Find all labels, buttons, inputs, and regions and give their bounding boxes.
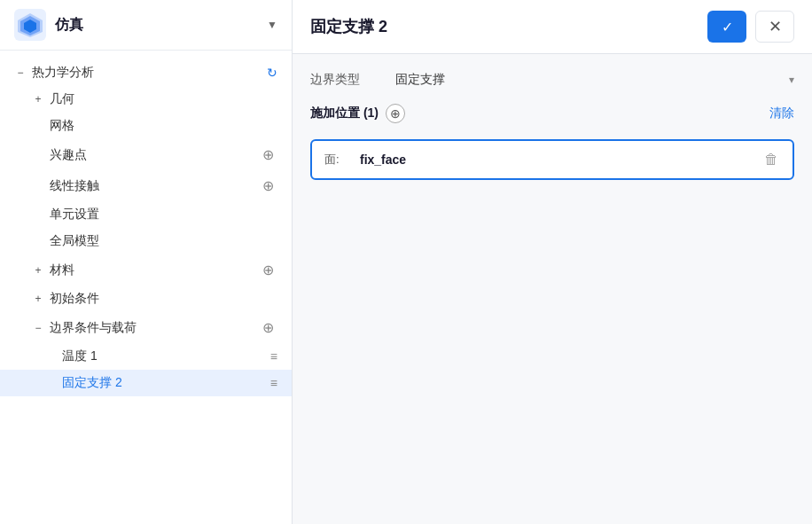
sidebar-tree: − 热力学分析 ↻ + 几何 网格 兴趣点 ⊕ 线性接触 ⊕ 单元设置 全局模型… (0, 51, 292, 524)
sidebar-item-label: 初始条件 (50, 291, 277, 307)
location-item: 面: fix_face 🗑 (310, 139, 794, 180)
location-type-label: 面: (324, 152, 351, 168)
sidebar-item-label: 兴趣点 (50, 147, 254, 163)
sidebar-item-label: 全局模型 (50, 233, 277, 249)
add-boundary-icon[interactable]: ⊕ (259, 317, 277, 338)
sidebar-item-global[interactable]: 全局模型 (0, 228, 292, 254)
temp1-menu-icon[interactable]: ≡ (270, 349, 277, 364)
boundary-type-value: 固定支撑 (395, 72, 785, 88)
location-section-title: 施加位置 (1) (310, 106, 379, 121)
dropdown-arrow-icon[interactable]: ▼ (267, 19, 277, 31)
boundary-type-row: 边界类型 固定支撑 ▾ (310, 72, 794, 88)
sidebar-header: 仿真 ▼ (0, 0, 292, 51)
clear-button[interactable]: 清除 (769, 106, 794, 121)
boundary-type-select[interactable]: 固定支撑 ▾ (395, 72, 794, 88)
sidebar: 仿真 ▼ − 热力学分析 ↻ + 几何 网格 兴趣点 ⊕ 线性接触 ⊕ 单元设置 (0, 0, 293, 524)
add-material-icon[interactable]: ⊕ (259, 260, 277, 280)
app-title: 仿真 (55, 16, 258, 35)
sidebar-item-label: 材料 (50, 262, 254, 278)
loading-icon: ↻ (267, 66, 277, 80)
collapse-icon: − (14, 66, 27, 79)
add-contact-icon[interactable]: ⊕ (259, 176, 277, 196)
boundary-type-label: 边界类型 (310, 72, 381, 88)
sidebar-item-label: 网格 (50, 118, 277, 134)
location-section: 施加位置 (1) ⊕ 清除 (310, 104, 794, 123)
sidebar-item-interest[interactable]: 兴趣点 ⊕ (0, 139, 292, 170)
sidebar-item-boundary[interactable]: − 边界条件与载荷 ⊕ (0, 312, 292, 343)
sidebar-item-fixed2[interactable]: 固定支撑 2 ≡ (0, 370, 292, 396)
sidebar-item-unit[interactable]: 单元设置 (0, 201, 292, 228)
sidebar-item-label: 线性接触 (50, 178, 254, 194)
delete-location-button[interactable]: 🗑 (762, 150, 780, 169)
panel-header: 固定支撑 2 ✓ ✕ (293, 0, 812, 54)
sidebar-item-contact[interactable]: 线性接触 ⊕ (0, 170, 292, 201)
sidebar-item-label: 单元设置 (50, 207, 277, 223)
sidebar-item-label: 固定支撑 2 (62, 375, 265, 391)
sidebar-item-label: 温度 1 (62, 348, 265, 364)
collapse-boundary-icon: − (32, 322, 44, 334)
sidebar-item-geometry[interactable]: + 几何 (0, 86, 292, 113)
location-list: 面: fix_face 🗑 (310, 139, 794, 180)
sidebar-item-label: 热力学分析 (32, 65, 262, 81)
sidebar-item-temp1[interactable]: 温度 1 ≡ (0, 343, 292, 370)
fixed2-menu-icon[interactable]: ≡ (270, 376, 277, 390)
sidebar-item-material[interactable]: + 材料 ⊕ (0, 254, 292, 285)
sidebar-item-initial[interactable]: + 初始条件 (0, 285, 292, 312)
right-panel: 固定支撑 2 ✓ ✕ 边界类型 固定支撑 ▾ 施加位置 (1) ⊕ 清除 面: … (293, 0, 812, 524)
sidebar-item-label: 几何 (50, 91, 277, 107)
sidebar-item-mesh[interactable]: 网格 (0, 113, 292, 139)
expand-material-icon: + (32, 264, 44, 277)
location-section-header: 施加位置 (1) ⊕ 清除 (310, 104, 794, 123)
expand-initial-icon: + (32, 293, 44, 305)
panel-title: 固定支撑 2 (310, 16, 699, 37)
location-name: fix_face (360, 153, 753, 167)
add-interest-icon[interactable]: ⊕ (259, 145, 277, 165)
chevron-down-icon: ▾ (789, 74, 794, 86)
panel-body: 边界类型 固定支撑 ▾ 施加位置 (1) ⊕ 清除 面: fix_face 🗑 (293, 54, 812, 198)
sidebar-item-thermal[interactable]: − 热力学分析 ↻ (0, 59, 292, 86)
expand-icon: + (32, 93, 44, 106)
app-logo (14, 9, 46, 41)
add-location-button[interactable]: ⊕ (386, 104, 405, 123)
close-button[interactable]: ✕ (755, 11, 794, 43)
sidebar-item-label: 边界条件与载荷 (50, 320, 254, 336)
confirm-button[interactable]: ✓ (707, 11, 746, 43)
